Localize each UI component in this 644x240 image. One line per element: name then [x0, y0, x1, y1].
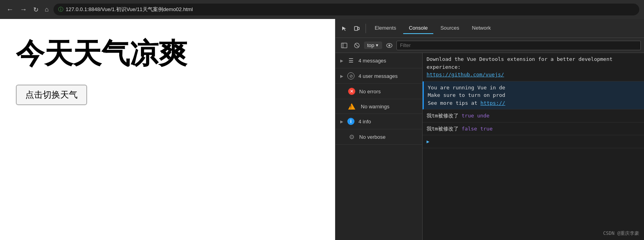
reload-button[interactable]: ↻ — [32, 4, 40, 15]
svg-rect-2 — [341, 43, 347, 48]
messages-filter-icon: ☰ — [347, 57, 354, 64]
tab-elements[interactable]: Elements — [369, 23, 402, 34]
filter-errors[interactable]: ✕ No errors — [335, 84, 422, 99]
warnings-filter-icon: ! — [348, 103, 355, 110]
console-text-info: You are running Vue in de Make sure to t… — [428, 85, 505, 106]
errors-label: No errors — [359, 89, 381, 94]
main-area: 今天天气凉爽 点击切换天气 Elements Console Sources N… — [0, 19, 644, 240]
console-line-watch1: 我tm被修改了 true unde​​​​ — [423, 110, 644, 123]
url-text: 127.0.0.1:8848/Vue/1.初识Vue/11天气案例demo02.… — [66, 6, 193, 13]
tab-console[interactable]: Console — [403, 23, 433, 34]
console-value-false2: false — [461, 126, 477, 132]
warnings-label: No warnings — [361, 104, 389, 110]
cursor-icon[interactable] — [339, 23, 350, 34]
messages-arrow-icon: ▶ — [340, 59, 343, 63]
info-label: 4 info — [358, 119, 371, 125]
devtools-body: ▶ ☰ 4 messages ▶ ⊘ 4 user messages ✕ No … — [335, 53, 644, 240]
console-space1 — [474, 113, 477, 119]
devtools-toolbar: Elements Console Sources Network — [335, 19, 644, 38]
console-output: Download the Vue Devtools extension for … — [423, 53, 644, 240]
dropdown-arrow-icon: ▼ — [375, 43, 379, 47]
console-value-true1: true — [461, 113, 474, 119]
tab-sources[interactable]: Sources — [435, 23, 465, 34]
console-line: Download the Vue Devtools extension for … — [423, 53, 644, 81]
filter-input[interactable] — [396, 41, 641, 50]
filter-verbose[interactable]: ⚙ No verbose — [335, 129, 422, 145]
console-watch-text2: 我tm被修改了 — [427, 126, 461, 132]
vue-devtools-link[interactable]: https://github.com/vuejs/ — [427, 72, 504, 77]
sidebar-toggle-icon[interactable] — [339, 40, 350, 51]
vue-tips-link[interactable]: https:// — [480, 100, 505, 106]
eye-icon[interactable] — [384, 40, 395, 51]
user-messages-filter-icon: ⊘ — [347, 72, 354, 79]
context-label: top — [367, 42, 374, 48]
back-button[interactable]: ← — [5, 4, 15, 15]
svg-point-7 — [388, 44, 390, 46]
console-arrow-icon[interactable]: ▶ — [427, 139, 429, 144]
browser-chrome: ← → ↻ ⌂ ⓘ 127.0.0.1:8848/Vue/1.初识Vue/11天… — [0, 0, 644, 19]
info-arrow-icon: ▶ — [340, 119, 343, 124]
console-value-true2: true — [480, 126, 492, 132]
console-watch-text1: 我tm被修改了 — [427, 113, 461, 119]
console-sidebar: ▶ ☰ 4 messages ▶ ⊘ 4 user messages ✕ No … — [335, 53, 423, 240]
svg-line-5 — [355, 43, 359, 47]
home-button[interactable]: ⌂ — [43, 4, 50, 15]
user-messages-arrow-icon: ▶ — [340, 74, 343, 78]
verbose-label: No verbose — [359, 134, 385, 140]
console-text: Download the Vue Devtools extension for … — [427, 56, 613, 77]
weather-title: 今天天气凉爽 — [16, 35, 319, 73]
page-content: 今天天气凉爽 点击切换天气 — [0, 19, 335, 240]
info-filter-icon: i — [347, 118, 354, 125]
weather-button[interactable]: 点击切换天气 — [16, 85, 87, 105]
console-line-arrow: ▶ — [423, 135, 644, 148]
context-selector[interactable]: top ▼ — [364, 42, 382, 49]
devtools-panel: Elements Console Sources Network top ▼ — [335, 19, 644, 240]
svg-rect-1 — [358, 27, 359, 30]
svg-rect-0 — [354, 26, 358, 30]
block-icon[interactable] — [351, 40, 362, 51]
tab-network[interactable]: Network — [467, 23, 497, 34]
watermark: CSDN @重庆李豪 — [603, 230, 639, 237]
filter-messages[interactable]: ▶ ☰ 4 messages — [335, 53, 422, 68]
device-icon[interactable] — [351, 23, 362, 34]
messages-label: 4 messages — [358, 58, 386, 64]
secure-icon: ⓘ — [58, 6, 63, 13]
address-bar[interactable]: ⓘ 127.0.0.1:8848/Vue/1.初识Vue/11天气案例demo0… — [53, 4, 639, 15]
filter-info[interactable]: ▶ i 4 info — [335, 114, 422, 129]
user-messages-label: 4 user messages — [358, 73, 398, 79]
devtools-toolbar2: top ▼ — [335, 38, 644, 53]
console-value-undefined1: unde​​​​ — [477, 113, 490, 119]
errors-filter-icon: ✕ — [348, 88, 355, 95]
filter-warnings[interactable]: ! No warnings — [335, 99, 422, 114]
verbose-filter-icon: ⚙ — [348, 133, 355, 140]
console-line-info: You are running Vue in de Make sure to t… — [423, 81, 644, 110]
filter-user-messages[interactable]: ▶ ⊘ 4 user messages — [335, 68, 422, 84]
console-line-watch2: 我tm被修改了 false true — [423, 123, 644, 136]
forward-button[interactable]: → — [18, 4, 29, 15]
toolbar-separator — [366, 24, 366, 33]
